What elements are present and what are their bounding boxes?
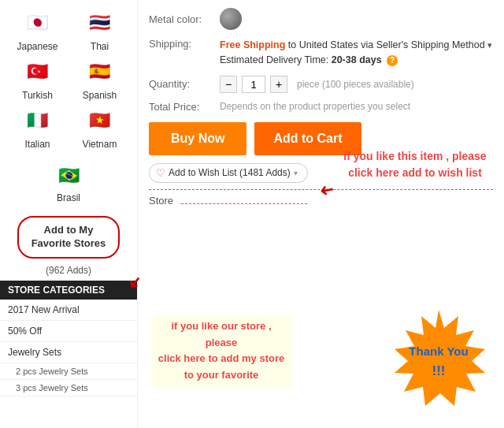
flag-spanish[interactable]: 🇪🇸 Spanish xyxy=(70,55,129,101)
delivery-days: 20-38 days xyxy=(332,54,382,65)
store-callout-text: if you like our store , pleaseclick here… xyxy=(154,318,288,384)
flag-brasil-row[interactable]: 🇧🇷 Brasil xyxy=(0,156,137,210)
store-cat-3pcs[interactable]: 3 pcs Jewelry Sets xyxy=(0,380,137,396)
metal-color-row: Metal color: xyxy=(149,8,493,30)
shipping-dropdown-arrow[interactable]: ▾ xyxy=(487,39,492,52)
store-label: Store xyxy=(149,195,173,207)
flag-grid: 🇯🇵 Japanese 🇹🇭 Thai 🇹🇷 Turkish 🇪🇸 Spanis… xyxy=(0,0,137,156)
store-cat-jewelry-sets[interactable]: Jewelry Sets xyxy=(0,342,137,363)
quantity-control: − 1 + piece (100 pieces available) xyxy=(220,76,414,93)
shipping-info: Free Shipping to United States via Selle… xyxy=(220,38,492,68)
total-price-row: Total Price: Depends on the product prop… xyxy=(149,101,493,113)
flag-turkish[interactable]: 🇹🇷 Turkish xyxy=(8,55,67,101)
delivery-time-text: Estimated Delivery Time: xyxy=(220,54,332,65)
add-favorite-button[interactable]: Add to MyFavorite Stores xyxy=(17,216,120,259)
flag-italian[interactable]: 🇮🇹 Italian xyxy=(8,104,67,150)
wishlist-dropdown-icon[interactable]: ▾ xyxy=(294,169,298,177)
thankyou-badge: Thank You !!! xyxy=(387,308,490,411)
store-cat-50off[interactable]: 50% Off xyxy=(0,321,137,342)
heart-icon: ♡ xyxy=(156,167,165,179)
buy-now-button[interactable]: Buy Now xyxy=(149,122,246,155)
help-icon[interactable]: ? xyxy=(387,55,398,66)
wishlist-button[interactable]: ♡ Add to Wish List (1481 Adds) ▾ xyxy=(149,163,308,183)
wishlist-callout-text: if you like this item , pleaseclick here… xyxy=(332,148,498,181)
quantity-increase-button[interactable]: + xyxy=(270,76,287,93)
flag-vietnam[interactable]: 🇻🇳 Vietnam xyxy=(70,104,129,150)
total-price-value: Depends on the product properties you se… xyxy=(220,101,410,112)
shipping-free-text: Free Shipping xyxy=(220,39,285,50)
svg-text:!!!: !!! xyxy=(432,363,446,378)
quantity-label: Quantity: xyxy=(149,78,220,90)
store-categories-header: STORE CATEGORIES xyxy=(0,281,137,300)
flag-thai[interactable]: 🇹🇭 Thai xyxy=(70,6,129,52)
shipping-row: Shipping: Free Shipping to United States… xyxy=(149,38,493,68)
quantity-decrease-button[interactable]: − xyxy=(220,76,237,93)
store-cat-2pcs[interactable]: 2 pcs Jewelry Sets xyxy=(0,363,137,380)
total-price-label: Total Price: xyxy=(149,101,220,113)
quantity-value: 1 xyxy=(242,76,265,93)
left-sidebar: 🇯🇵 Japanese 🇹🇭 Thai 🇹🇷 Turkish 🇪🇸 Spanis… xyxy=(0,0,138,428)
store-value xyxy=(181,203,307,204)
store-cat-new-arrival[interactable]: 2017 New Arrival xyxy=(0,300,137,321)
flag-japanese[interactable]: 🇯🇵 Japanese xyxy=(8,6,67,52)
quantity-note: piece (100 pieces available) xyxy=(297,79,414,90)
wishlist-label: Add to Wish List (1481 Adds) xyxy=(169,167,291,178)
metal-color-label: Metal color: xyxy=(149,13,220,25)
quantity-row: Quantity: − 1 + piece (100 pieces availa… xyxy=(149,76,493,93)
shipping-label: Shipping: xyxy=(149,38,220,50)
wishlist-callout: if you like this item , pleaseclick here… xyxy=(332,148,498,181)
store-callout: if you like our store , pleaseclick here… xyxy=(151,315,291,387)
svg-marker-0 xyxy=(395,310,485,406)
shipping-to-text: to United States via Seller's Shipping M… xyxy=(288,39,485,50)
svg-text:Thank You: Thank You xyxy=(409,344,468,358)
metal-color-swatch[interactable] xyxy=(220,8,242,30)
favorite-adds-count: (962 Adds) xyxy=(0,265,137,276)
